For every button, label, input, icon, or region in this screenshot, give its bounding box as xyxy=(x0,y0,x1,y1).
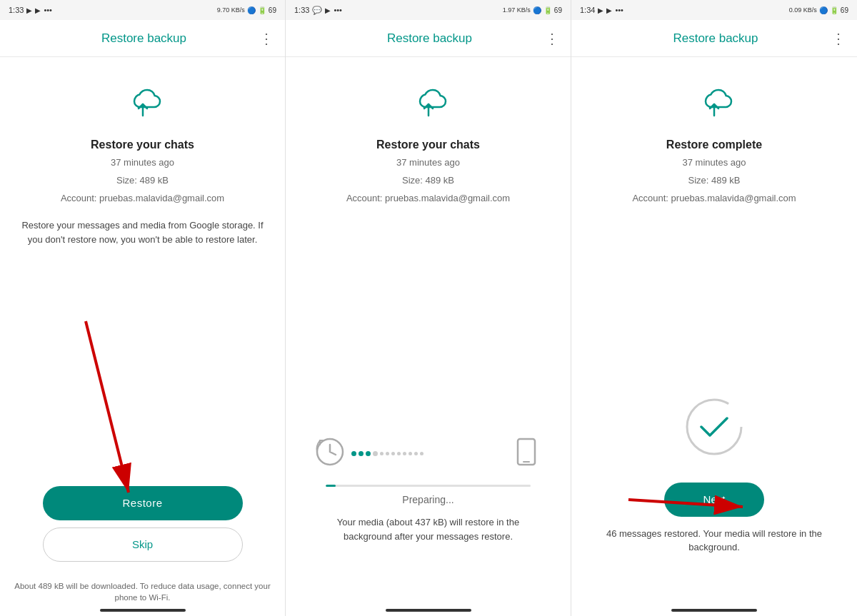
svg-rect-5 xyxy=(518,439,535,465)
backup-size-2: Size: 489 kB xyxy=(402,173,454,188)
bottom-actions-1: Restore Skip xyxy=(0,486,285,576)
progress-bar xyxy=(326,485,531,487)
play-icon-2: ▶ xyxy=(35,6,41,14)
skip-button-1[interactable]: Skip xyxy=(43,527,243,562)
main-content-1: Restore your chats 37 minutes ago Size: … xyxy=(0,57,285,486)
more-icon-3: ••• xyxy=(615,6,623,14)
menu-button-2[interactable]: ⋮ xyxy=(545,30,559,47)
screen-1: 1:33 ▶ ▶ ••• 9.70 KB/s 🔵 🔋 69 Restore ba… xyxy=(0,0,286,616)
main-content-3: Restore complete 37 minutes ago Size: 48… xyxy=(571,57,857,348)
main-content-2: Restore your chats 37 minutes ago Size: … xyxy=(286,57,571,348)
menu-button-1[interactable]: ⋮ xyxy=(259,30,274,47)
status-indicators-3: 0.09 KB/s 🔵 🔋 69 xyxy=(789,6,848,14)
toolbar-title-3: Restore backup xyxy=(600,31,831,46)
toolbar-3: Restore backup ⋮ xyxy=(571,20,857,57)
cloud-upload-icon-3 xyxy=(691,79,737,127)
dot-9 xyxy=(403,452,406,455)
backup-account-1: Account: pruebas.malavida@gmail.com xyxy=(61,191,224,206)
preparing-text: Preparing... xyxy=(402,494,453,505)
backup-size-1: Size: 489 kB xyxy=(116,173,169,188)
dot-10 xyxy=(409,452,412,455)
backup-time-3: 37 minutes ago xyxy=(683,156,746,171)
menu-button-3[interactable]: ⋮ xyxy=(831,30,846,47)
backup-title-1: Restore your chats xyxy=(91,138,194,151)
backup-account-3: Account: pruebas.malavida@gmail.com xyxy=(632,191,796,206)
more-icon: ••• xyxy=(44,6,52,14)
play-icon-3: ▶ xyxy=(325,6,331,14)
transfer-section: Preparing... Your media (about 437 kB) w… xyxy=(286,348,571,604)
screen-2: 1:33 💬 ▶ ••• 1.97 KB/s 🔵 🔋 69 Restore ba… xyxy=(286,0,571,616)
play-icon: ▶ xyxy=(26,6,32,14)
status-bar-2: 1:33 💬 ▶ ••• 1.97 KB/s 🔵 🔋 69 xyxy=(286,0,571,20)
status-indicators-1: 9.70 KB/s 🔵 🔋 69 xyxy=(217,6,276,14)
backup-size-3: Size: 489 kB xyxy=(688,173,741,188)
history-icon xyxy=(314,436,346,470)
transfer-bar xyxy=(300,436,556,470)
complete-circle-icon xyxy=(684,397,744,457)
dot-11 xyxy=(414,452,418,455)
backup-time-2: 37 minutes ago xyxy=(396,156,460,171)
nav-indicator-2 xyxy=(386,609,471,612)
complete-icon-container xyxy=(684,397,744,457)
toolbar-title-2: Restore backup xyxy=(314,31,545,46)
play-icon-4: ▶ xyxy=(598,6,603,14)
next-button[interactable]: Next xyxy=(664,483,764,517)
media-note: Your media (about 437 kB) will restore i… xyxy=(300,515,556,543)
backup-title-3: Restore complete xyxy=(666,138,762,151)
nav-indicator-1 xyxy=(100,609,186,612)
cloud-upload-icon-2 xyxy=(406,79,451,127)
toolbar-title-1: Restore backup xyxy=(29,31,259,46)
status-time-2: 1:33 💬 ▶ ••• xyxy=(294,6,342,15)
status-indicators-2: 1.97 KB/s 🔵 🔋 69 xyxy=(503,6,562,14)
bluetooth-icon-3: 🔵 xyxy=(819,6,828,14)
backup-time-1: 37 minutes ago xyxy=(111,156,174,171)
toolbar-1: Restore backup ⋮ xyxy=(0,20,285,57)
dot-2 xyxy=(359,451,364,456)
play-icon-5: ▶ xyxy=(606,6,612,14)
progress-dots xyxy=(351,451,505,456)
restore-button-1[interactable]: Restore xyxy=(43,486,243,520)
status-time-3: 1:34 ▶ ▶ ••• xyxy=(580,6,623,14)
complete-note: 46 messages restored. Your media will re… xyxy=(571,527,857,555)
backup-account-2: Account: pruebas.malavida@gmail.com xyxy=(346,191,510,206)
status-bar-1: 1:33 ▶ ▶ ••• 9.70 KB/s 🔵 🔋 69 xyxy=(0,0,285,20)
backup-title-2: Restore your chats xyxy=(376,138,480,151)
phone-icon xyxy=(511,436,542,470)
dot-6 xyxy=(386,452,389,455)
battery-icon-3: 🔋 xyxy=(830,6,838,14)
dot-12 xyxy=(420,452,424,455)
battery-icon: 🔋 xyxy=(258,6,266,14)
more-icon-2: ••• xyxy=(334,6,342,14)
toolbar-2: Restore backup ⋮ xyxy=(286,20,571,57)
complete-section: Next 46 messages restored. Your media wi… xyxy=(571,348,857,604)
footer-note-1: About 489 kB will be downloaded. To redu… xyxy=(0,576,285,603)
dot-1 xyxy=(351,451,356,456)
bluetooth-icon-2: 🔵 xyxy=(533,6,541,14)
restore-message-1: Restore your messages and media from Goo… xyxy=(14,218,271,246)
cloud-upload-icon-1 xyxy=(120,79,166,127)
dot-3 xyxy=(366,451,371,456)
bluetooth-icon: 🔵 xyxy=(247,6,256,14)
whatsapp-icon: 💬 xyxy=(312,6,322,15)
status-bar-3: 1:34 ▶ ▶ ••• 0.09 KB/s 🔵 🔋 69 xyxy=(571,0,857,20)
dot-7 xyxy=(391,452,395,455)
battery-icon-2: 🔋 xyxy=(543,6,552,14)
status-time-1: 1:33 ▶ ▶ ••• xyxy=(9,6,52,14)
nav-indicator-3 xyxy=(671,609,757,612)
dot-4 xyxy=(373,451,378,456)
progress-fill xyxy=(326,485,336,487)
dot-5 xyxy=(380,452,384,455)
svg-point-8 xyxy=(687,400,741,454)
screen-3: 1:34 ▶ ▶ ••• 0.09 KB/s 🔵 🔋 69 Restore ba… xyxy=(571,0,857,616)
dot-8 xyxy=(397,452,401,455)
